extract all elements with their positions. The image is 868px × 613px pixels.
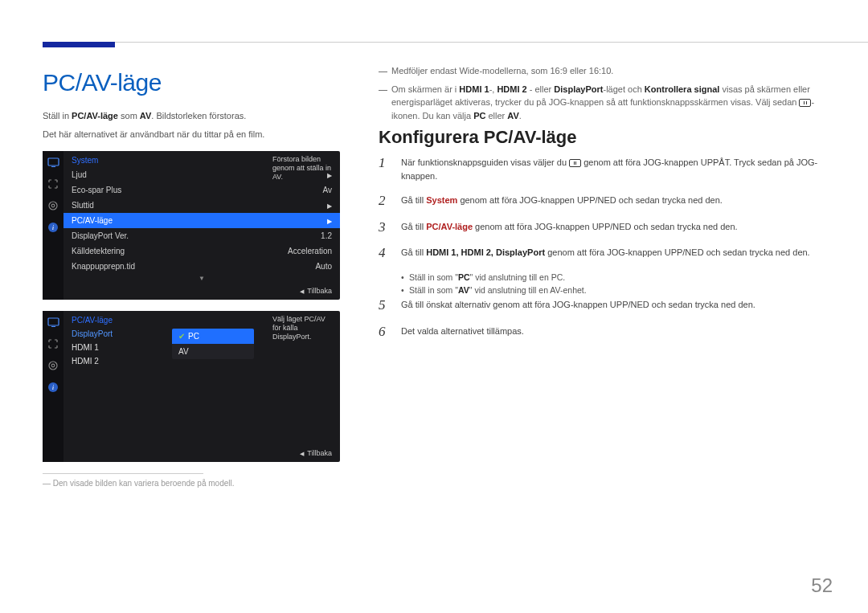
step-text: Gå till PC/AV-läge genom att föra JOG-kn… xyxy=(401,220,837,235)
osd-row-label: Sluttid xyxy=(72,201,94,210)
osd-row-label: Eco-spar Plus xyxy=(72,186,121,194)
page-content: PC/AV-läge Ställ in PC/AV-läge som AV. B… xyxy=(43,64,837,488)
svg-point-3 xyxy=(51,204,55,207)
osd-row-value: 1.2 xyxy=(321,231,332,240)
left-column: PC/AV-läge Ställ in PC/AV-läge som AV. B… xyxy=(43,64,364,488)
step: 6Det valda alternativet tillämpas. xyxy=(379,325,837,340)
svg-rect-1 xyxy=(51,166,55,167)
step: 1När funktionsknappsguiden visas väljer … xyxy=(379,156,837,182)
list-item: HDMI 1 xyxy=(72,341,144,354)
osd-row-value: ▶ xyxy=(327,201,332,210)
osd-description: Välj läget PC/AV för källa DisplayPort. xyxy=(272,315,335,341)
osd-row-label: DisplayPort Ver. xyxy=(72,231,129,240)
submenu-option: ✔PC xyxy=(172,329,254,344)
submenu-option: AV xyxy=(172,344,254,359)
osd-row-label: Ljud xyxy=(72,170,87,179)
info-icon: i xyxy=(47,221,59,233)
svg-point-8 xyxy=(49,362,57,370)
t: -, xyxy=(489,84,497,94)
osd-pcav-menu: i PC/AV-läge DisplayPort HDMI 1 HDMI 2 ✔… xyxy=(43,311,340,462)
osd-row: Knappupprepn.tidAuto xyxy=(63,259,340,274)
step-text: Gå till HDMI 1, HDMI 2, DisplayPort geno… xyxy=(401,246,837,261)
check-icon: ✔ xyxy=(178,332,185,341)
svg-rect-6 xyxy=(48,318,59,325)
intro-line-1: Ställ in PC/AV-läge som AV. Bildstorleke… xyxy=(43,109,364,123)
note-1: Medföljer endast Wide-modellerna, som 16… xyxy=(379,64,837,78)
osd-row: PC/AV-läge ▶ xyxy=(63,213,340,228)
subsection-title: Konfigurera PC/AV-läge xyxy=(379,127,837,148)
intro-pre: Ställ in xyxy=(43,111,72,121)
picture-icon xyxy=(47,156,59,168)
bullet-item: Ställ in som "AV" vid anslutning till en… xyxy=(401,285,837,295)
step: 4Gå till HDMI 1, HDMI 2, DisplayPort gen… xyxy=(379,246,837,261)
svg-point-9 xyxy=(51,364,55,367)
osd-footer: ◀Tillbaka xyxy=(63,283,340,300)
gear-icon xyxy=(47,359,59,371)
osd-row: Sluttid ▶ xyxy=(63,198,340,213)
osd-row: KälldetekteringAcceleration xyxy=(63,243,340,259)
bullet-item: Ställ in som "PC" vid anslutning till en… xyxy=(401,272,837,282)
screen-icon xyxy=(47,337,59,349)
step-text: Det valda alternativet tillämpas. xyxy=(401,325,837,340)
list-item: DisplayPort xyxy=(72,327,144,341)
osd-sidebar: i xyxy=(43,151,63,300)
osd-description: Förstora bilden genom att ställa in AV. xyxy=(272,155,335,181)
back-label: Tillbaka xyxy=(307,287,332,295)
section-title: PC/AV-läge xyxy=(43,69,364,96)
info-icon: i xyxy=(47,381,59,393)
t: -läget och xyxy=(603,84,644,94)
osd-row-value: Auto xyxy=(315,262,332,271)
step-number: 5 xyxy=(379,298,390,313)
step-text: När funktionsknappsguiden visas väljer d… xyxy=(401,156,837,182)
osd-footer: ◀Tillbaka xyxy=(63,445,340,462)
intro-line-2: Det här alternativet är användbart när d… xyxy=(43,128,364,141)
osd-row: DisplayPort Ver.1.2 xyxy=(63,228,340,243)
osd2-header: PC/AV-läge xyxy=(72,316,144,325)
osd-row: Eco-spar PlusAv xyxy=(63,182,340,198)
svg-point-2 xyxy=(49,202,57,210)
svg-rect-7 xyxy=(51,326,55,327)
step-number: 4 xyxy=(379,246,390,261)
back-arrow-icon: ◀ xyxy=(300,451,304,457)
chevron-right-icon: ▶ xyxy=(327,202,332,210)
osd-row-value: Av xyxy=(323,186,333,194)
step-number: 6 xyxy=(379,325,390,340)
scroll-indicator-icon: ▼ xyxy=(63,274,340,283)
osd-sidebar: i xyxy=(43,311,63,462)
footnote-text: Den visade bilden kan variera beroende p… xyxy=(53,479,235,488)
t: PC xyxy=(473,111,485,121)
step-text: Gå till önskat alternativ genom att föra… xyxy=(401,298,837,313)
menu-grid-icon xyxy=(569,159,581,167)
t: AV xyxy=(507,111,518,121)
osd-row-label: Källdetektering xyxy=(72,247,125,255)
intro-mid: som xyxy=(118,111,140,121)
osd-main: System Ljud ▶Eco-spar PlusAvSluttid ▶PC/… xyxy=(63,151,340,300)
t: eller xyxy=(485,111,507,121)
note-2: Om skärmen är i HDMI 1-, HDMI 2 - eller … xyxy=(379,83,837,123)
option-label: PC xyxy=(188,332,199,341)
gear-icon xyxy=(47,199,59,211)
step-number: 3 xyxy=(379,220,390,235)
osd2-submenu: ✔PC AV xyxy=(172,329,254,359)
screen-icon xyxy=(47,178,59,190)
footnote: ― Den visade bilden kan variera beroende… xyxy=(43,479,364,488)
osd-row-value: ▶ xyxy=(327,216,332,225)
sub-bullets: Ställ in som "PC" vid anslutning till en… xyxy=(401,272,837,295)
step: 5Gå till önskat alternativ genom att för… xyxy=(379,298,837,313)
t: HDMI 2 xyxy=(497,84,526,94)
osd-main: PC/AV-läge DisplayPort HDMI 1 HDMI 2 ✔PC… xyxy=(63,311,340,462)
steps-list: 1När funktionsknappsguiden visas väljer … xyxy=(379,156,837,339)
footnote-rule xyxy=(43,473,203,474)
intro-val: AV xyxy=(140,111,151,121)
menu-grid-icon xyxy=(799,99,811,107)
step-number: 1 xyxy=(379,156,390,182)
osd-row-value: Acceleration xyxy=(288,247,332,255)
picture-icon xyxy=(47,316,59,328)
chevron-right-icon: ▶ xyxy=(327,218,332,225)
t: HDMI 1 xyxy=(459,84,489,94)
osd-row-label: Knappupprepn.tid xyxy=(72,262,135,271)
step-text: Gå till System genom att föra JOG-knappe… xyxy=(401,194,837,209)
svg-rect-0 xyxy=(48,158,59,166)
osd2-left-list: PC/AV-läge DisplayPort HDMI 1 HDMI 2 xyxy=(63,311,144,368)
t: Om skärmen är i xyxy=(391,84,459,94)
